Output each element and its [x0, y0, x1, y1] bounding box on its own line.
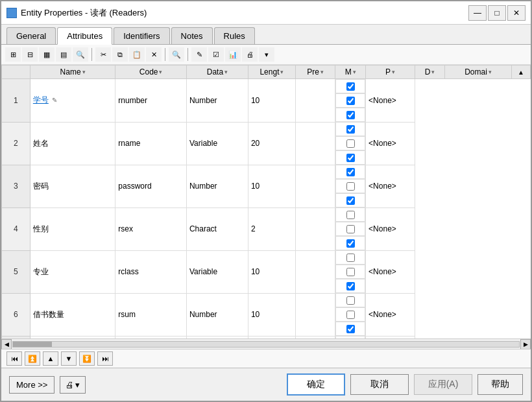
tb-grid-btn[interactable]: ▦ [39, 47, 54, 62]
col-header-d[interactable]: D ▾ [415, 65, 445, 79]
cell-m-5[interactable] [335, 250, 365, 265]
cell-domain-4[interactable]: <None> [366, 207, 415, 250]
checkbox-m-6[interactable] [346, 296, 355, 305]
tb-chart-btn[interactable]: 📊 [225, 47, 241, 62]
cell-domain-6[interactable]: <None> [366, 293, 415, 336]
col-header-p[interactable]: P ▾ [366, 65, 415, 79]
h-scroll-left-btn[interactable]: ◀ [1, 339, 12, 349]
cell-length-2[interactable]: 20 [248, 122, 295, 165]
checkbox-m-5[interactable] [346, 254, 355, 262]
checkbox-p-1[interactable] [346, 97, 355, 105]
checkbox-d-6[interactable] [346, 325, 355, 333]
nav-last-btn[interactable]: ⏭ [97, 351, 113, 366]
apply-button[interactable]: 应用(A) [414, 374, 472, 395]
cell-d-6[interactable] [335, 322, 365, 336]
cell-d-5[interactable] [335, 279, 365, 293]
cell-datatype-5[interactable]: Variable [186, 250, 248, 293]
nav-prev-btn[interactable]: ▲ [43, 351, 58, 366]
tb-new-btn[interactable]: ⊞ [5, 47, 21, 62]
h-scroll-right-btn[interactable]: ▶ [520, 339, 531, 349]
cell-m-3[interactable] [335, 165, 365, 179]
cell-length-1[interactable]: 10 [248, 79, 295, 123]
cell-name-1[interactable]: 学号 ✎ [30, 79, 115, 123]
cell-d-3[interactable] [335, 193, 365, 207]
cell-pre-2[interactable] [295, 122, 335, 165]
checkbox-d-4[interactable] [346, 239, 355, 248]
cell-code-6[interactable]: rsum [115, 293, 187, 336]
checkbox-d-2[interactable] [346, 154, 355, 162]
tb-cut-btn[interactable]: ✂ [95, 47, 111, 62]
checkbox-m-4[interactable] [346, 211, 355, 219]
cell-datatype-6[interactable]: Number [186, 293, 248, 336]
cell-p-1[interactable] [335, 93, 365, 108]
cell-name-3[interactable]: 密码 [30, 165, 115, 207]
minimize-button[interactable]: — [468, 5, 487, 21]
print-button[interactable]: 🖨 ▾ [60, 376, 86, 394]
nav-first-btn[interactable]: ⏮ [6, 351, 22, 366]
tb-dropdown-btn[interactable]: ▾ [259, 47, 274, 62]
cell-datatype-4[interactable]: Charact [186, 207, 248, 250]
help-button[interactable]: 帮助 [478, 374, 523, 395]
nav-next-btn[interactable]: ▼ [61, 351, 77, 366]
checkbox-d-1[interactable] [346, 111, 355, 119]
tab-identifiers[interactable]: Identifiers [114, 27, 169, 44]
tb-list-btn[interactable]: ▤ [56, 47, 71, 62]
cell-m-4[interactable] [335, 207, 365, 222]
cell-domain-5[interactable]: <None> [366, 250, 415, 293]
cell-name-5[interactable]: 专业 [30, 250, 115, 293]
h-scrollbar[interactable] [12, 341, 520, 348]
cell-name-4[interactable]: 性别 [30, 207, 115, 250]
tab-general[interactable]: General [6, 27, 56, 44]
tb-check-btn[interactable]: ☑ [208, 47, 224, 62]
close-button[interactable]: ✕ [507, 5, 526, 21]
cell-datatype-2[interactable]: Variable [186, 122, 248, 165]
cell-pre-5[interactable] [295, 250, 335, 293]
cancel-button[interactable]: 取消 [350, 374, 409, 395]
tab-attributes[interactable]: Attributes [57, 27, 112, 45]
cell-p-3[interactable] [335, 179, 365, 193]
cell-name-2[interactable]: 姓名 [30, 122, 115, 165]
cell-domain-3[interactable]: <None> [366, 165, 415, 207]
nav-next-next-btn[interactable]: ⏬ [79, 351, 95, 366]
col-header-m[interactable]: M ▾ [335, 65, 366, 79]
tab-notes[interactable]: Notes [171, 27, 213, 44]
col-header-data[interactable]: Data ▾ [186, 65, 248, 79]
checkbox-p-4[interactable] [346, 225, 355, 233]
cell-m-1[interactable] [335, 79, 365, 93]
tb-edit-btn[interactable]: ✎ [191, 47, 207, 62]
cell-pre-4[interactable] [295, 207, 335, 250]
checkbox-p-6[interactable] [346, 311, 355, 319]
table-scroll[interactable]: Name ▾ Code ▾ Data [1, 65, 531, 338]
col-header-domain[interactable]: Domai ▾ [445, 65, 511, 79]
nav-prev-prev-btn[interactable]: ⏫ [25, 351, 40, 366]
checkbox-p-3[interactable] [346, 182, 355, 191]
cell-code-3[interactable]: password [115, 165, 187, 207]
col-header-code[interactable]: Code ▾ [115, 65, 187, 79]
tb-find-btn[interactable]: 🔍 [169, 47, 184, 62]
cell-domain-1[interactable]: <None> [366, 79, 415, 123]
checkbox-p-5[interactable] [346, 268, 355, 276]
cell-p-4[interactable] [335, 222, 365, 236]
cell-name-6[interactable]: 借书数量 [30, 293, 115, 336]
cell-code-2[interactable]: rname [115, 122, 187, 165]
cell-d-2[interactable] [335, 150, 365, 165]
checkbox-m-3[interactable] [346, 168, 355, 176]
scroll-top-icon[interactable]: ▲ [518, 69, 524, 76]
confirm-button[interactable]: 确定 [287, 373, 345, 396]
col-header-length[interactable]: Lengt ▾ [248, 65, 295, 79]
tb-print-btn[interactable]: 🖨 [242, 47, 258, 62]
tb-remove-btn[interactable]: ✕ [146, 47, 162, 62]
cell-length-4[interactable]: 2 [248, 207, 295, 250]
cell-d-4[interactable] [335, 236, 365, 250]
tb-copy-btn[interactable]: ⧉ [112, 47, 128, 62]
cell-length-6[interactable]: 10 [248, 293, 295, 336]
cell-m-2[interactable] [335, 122, 365, 136]
tab-rules[interactable]: Rules [214, 27, 255, 44]
more-button[interactable]: More >> [9, 376, 54, 394]
cell-code-4[interactable]: rsex [115, 207, 187, 250]
cell-datatype-3[interactable]: Number [186, 165, 248, 207]
checkbox-m-2[interactable] [346, 125, 355, 134]
cell-datatype-1[interactable]: Number [186, 79, 248, 123]
maximize-button[interactable]: □ [488, 5, 506, 21]
checkbox-d-5[interactable] [346, 282, 355, 290]
